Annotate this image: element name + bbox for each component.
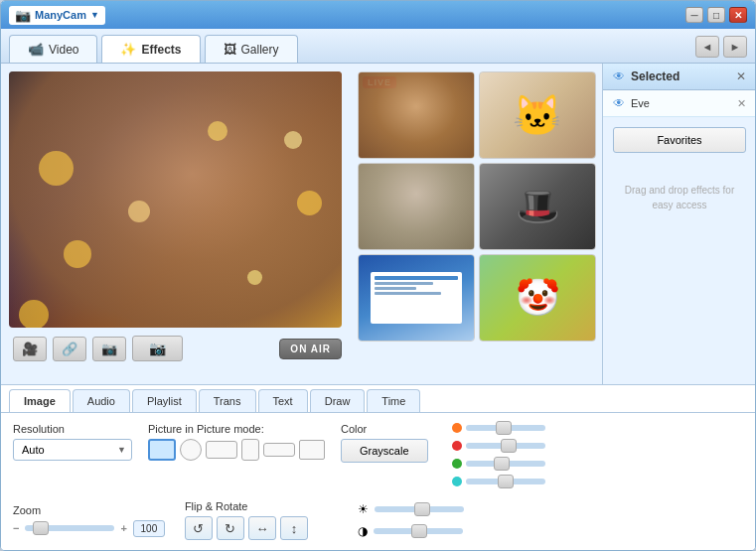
tab-playlist[interactable]: Playlist <box>132 389 197 412</box>
resolution-group: Resolution Auto ▼ <box>13 423 132 461</box>
contrast-slider-track[interactable] <box>374 528 463 534</box>
bokeh-5 <box>297 191 322 215</box>
title-bar: 📷 ManyCam ▼ ─ □ ✕ <box>1 1 755 29</box>
selected-item-label: Eve <box>631 97 731 109</box>
dropdown-arrow-icon[interactable]: ▼ <box>90 10 99 20</box>
zoom-minus-icon: − <box>13 522 19 534</box>
color-group: Color Grayscale <box>341 423 428 463</box>
selected-header: 👁 Selected ✕ <box>603 64 755 90</box>
grid-row-3: 🤡 <box>358 254 598 342</box>
top-right-nav: ◄ ► <box>695 36 747 62</box>
favorites-button[interactable]: Favorites <box>613 127 746 153</box>
snapshot-button[interactable]: 📷 <box>132 336 183 361</box>
pip-tall-button[interactable] <box>241 439 259 461</box>
tab-text[interactable]: Text <box>258 389 308 412</box>
zoom-group: Zoom − + 100 <box>13 504 165 537</box>
main-tab-bar: 📹 Video ✨ Effects 🖼 Gallery ◄ ► <box>1 29 755 64</box>
minimize-button[interactable]: ─ <box>685 7 703 23</box>
brightness-row: ☀ <box>358 502 464 516</box>
pip-square-button[interactable] <box>148 439 176 461</box>
bokeh-7 <box>247 270 262 285</box>
flip-group: Flip & Rotate ↺ ↻ ↔ ↕ <box>185 500 308 540</box>
settings-button[interactable]: 📷 <box>92 337 126 361</box>
tab-audio[interactable]: Audio <box>73 389 130 412</box>
tab-time[interactable]: Time <box>367 389 420 412</box>
red-slider-thumb[interactable] <box>501 439 517 453</box>
green-slider-track[interactable] <box>466 461 545 467</box>
grid-thumb-woman[interactable] <box>358 163 475 250</box>
pip-wide-button[interactable] <box>263 443 295 457</box>
app-logo[interactable]: 📷 ManyCam ▼ <box>9 6 105 25</box>
cyan-slider-thumb[interactable] <box>498 475 514 488</box>
flip-buttons: ↺ ↻ ↔ ↕ <box>185 516 308 540</box>
brightness-slider-thumb[interactable] <box>414 502 430 516</box>
slider-row-cyan <box>452 477 545 486</box>
bottom-section: Image Audio Playlist Trans Text Draw Tim… <box>1 384 755 550</box>
zoom-controls: − + 100 <box>13 520 165 537</box>
orange-dot <box>452 423 462 433</box>
zoom-slider-thumb[interactable] <box>33 521 49 535</box>
tab-video[interactable]: 📹 Video <box>9 35 97 63</box>
maximize-button[interactable]: □ <box>707 7 725 23</box>
cyan-slider-track[interactable] <box>466 479 545 484</box>
rotate-right-button[interactable]: ↻ <box>217 516 244 540</box>
contrast-slider-thumb[interactable] <box>411 524 427 538</box>
effects-tab-label: Effects <box>141 43 181 57</box>
zoom-plus-icon: + <box>120 522 126 534</box>
close-button[interactable]: ✕ <box>729 7 747 23</box>
pip-grid-button[interactable] <box>299 440 325 460</box>
selected-title: Selected <box>631 69 730 83</box>
grid-thumb-live[interactable]: LIVE <box>358 71 475 159</box>
green-slider-thumb[interactable] <box>494 457 510 471</box>
grayscale-button[interactable]: Grayscale <box>341 439 428 463</box>
selected-close-button[interactable]: ✕ <box>736 69 746 83</box>
camera-toggle-button[interactable]: 🎥 <box>13 337 47 361</box>
brightness-slider-track[interactable] <box>375 506 464 512</box>
flip-vertical-button[interactable]: ↕ <box>280 516 308 540</box>
video-tab-label: Video <box>49 43 78 57</box>
slider-row-red <box>452 441 545 451</box>
contrast-icon: ◑ <box>358 524 368 538</box>
red-slider-track[interactable] <box>466 443 545 449</box>
bokeh-8 <box>19 300 49 328</box>
zoom-slider-track[interactable] <box>25 525 114 531</box>
tab-image[interactable]: Image <box>9 389 71 412</box>
brightness-sliders: ☀ ◑ <box>358 502 464 538</box>
bottom-tabs: Image Audio Playlist Trans Text Draw Tim… <box>1 385 755 413</box>
effects-tab-icon: ✨ <box>120 42 136 57</box>
pip-group: Picture in Picture mode: <box>148 423 325 461</box>
selected-item-remove-button[interactable]: ✕ <box>737 97 746 110</box>
color-sliders <box>452 423 545 486</box>
audio-toggle-button[interactable]: 🔗 <box>53 337 86 361</box>
grid-thumb-screen[interactable] <box>358 254 475 342</box>
on-air-button[interactable]: ON AIR <box>279 339 342 359</box>
color-label: Color <box>341 423 428 435</box>
tab-gallery[interactable]: 🖼 Gallery <box>205 35 298 63</box>
window-controls: ─ □ ✕ <box>685 7 747 23</box>
rotate-left-button[interactable]: ↺ <box>185 516 213 540</box>
tab-draw[interactable]: Draw <box>310 389 366 412</box>
flip-horizontal-button[interactable]: ↔ <box>248 516 276 540</box>
bokeh-3 <box>64 240 91 268</box>
grid-thumb-hatman[interactable]: 🎩 <box>479 163 596 250</box>
bokeh-2 <box>128 201 150 222</box>
eye-icon: 👁 <box>613 69 625 83</box>
grid-thumb-clown[interactable]: 🤡 <box>479 254 596 342</box>
green-dot <box>452 459 462 469</box>
resolution-select[interactable]: Auto <box>13 439 132 461</box>
nav-forward-button[interactable]: ► <box>723 36 747 58</box>
video-face <box>9 71 342 328</box>
orange-slider-thumb[interactable] <box>496 421 512 435</box>
grid-row-2: 🎩 <box>358 163 598 250</box>
nav-back-button[interactable]: ◄ <box>695 36 719 58</box>
tab-trans[interactable]: Trans <box>199 389 256 412</box>
pip-rect-button[interactable] <box>206 441 237 459</box>
cyan-dot <box>452 477 462 486</box>
drag-drop-hint: Drag and drop effects for easy access <box>603 163 755 232</box>
orange-slider-track[interactable] <box>466 425 545 431</box>
pip-circle-button[interactable] <box>180 439 202 461</box>
grid-thumb-cat[interactable]: 🐱 <box>479 71 596 159</box>
video-controls: 🎥 🔗 📷 📷 ON AIR <box>9 334 346 363</box>
tab-effects[interactable]: ✨ Effects <box>101 35 200 63</box>
gallery-tab-icon: 🖼 <box>224 42 236 57</box>
